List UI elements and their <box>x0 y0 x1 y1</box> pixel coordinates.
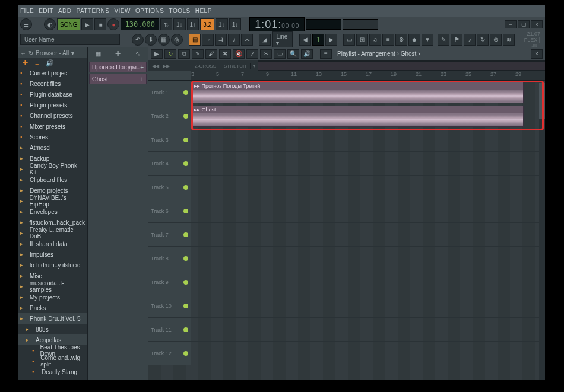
track-mute-dot[interactable] <box>183 280 188 285</box>
render-button[interactable]: ▦ <box>158 34 170 46</box>
pl-sub-prev-icon[interactable]: ◀◀ <box>152 63 159 69</box>
track-mute-dot[interactable] <box>183 209 188 213</box>
vertical-scrollbar[interactable] <box>539 83 545 380</box>
pattern-item[interactable]: Прогноз Погоды..+ <box>89 62 147 72</box>
stop-button[interactable]: ■ <box>94 18 106 30</box>
browser-item[interactable]: ▸Candy Boy Phonk Kit <box>18 164 87 174</box>
track-mute-dot[interactable] <box>183 185 188 190</box>
browser-list[interactable]: ▪Current project▪Recent files▪Plugin dat… <box>18 68 87 380</box>
view-channelrack-button[interactable]: ⇉ <box>215 34 227 46</box>
tool-k[interactable]: ⊕ <box>490 34 502 46</box>
track-mute-dot[interactable] <box>183 114 188 119</box>
track-content[interactable] <box>191 247 545 270</box>
step-button[interactable]: ◢ <box>259 34 271 46</box>
browser-item[interactable]: ▪Current project <box>18 68 87 78</box>
pl-delete-icon[interactable]: ✖ <box>219 49 231 59</box>
track-header[interactable]: Track 7 <box>148 223 191 246</box>
browser-item[interactable]: ▪Plugin presets <box>18 100 87 110</box>
tool-g[interactable]: ✎ <box>438 34 449 46</box>
pl-draw-icon[interactable]: ✎ <box>192 49 204 59</box>
track-content[interactable]: ▸▸ Ghost <box>191 104 545 128</box>
track-content[interactable] <box>191 128 545 151</box>
pl-sync-button[interactable]: ↻ <box>164 49 176 59</box>
browser-item[interactable]: ▸Phonk Dru..it Vol. 5 <box>18 313 87 324</box>
track-header[interactable]: Track 12 <box>148 342 191 365</box>
pl-slice-icon[interactable]: ✂ <box>260 49 272 59</box>
track-header[interactable]: Track 11 <box>148 318 191 341</box>
track-mute-dot[interactable] <box>183 138 188 142</box>
view-playlist-button[interactable]: ▤ <box>189 34 201 46</box>
tool-b[interactable]: ⊞ <box>356 34 368 46</box>
main-menu-button[interactable]: ☰ <box>20 18 32 30</box>
play-button[interactable]: ▶ <box>81 18 93 30</box>
browser-item[interactable]: ▸musicrada..t-samples <box>18 281 87 292</box>
track-content[interactable] <box>191 199 545 222</box>
track-header[interactable]: Track 2 <box>148 104 191 128</box>
minimap-range[interactable] <box>258 62 545 70</box>
snap-2[interactable]: 1↑ <box>187 18 199 30</box>
picker-grid-icon[interactable]: ▦ <box>95 50 101 58</box>
tool-j[interactable]: ↻ <box>477 34 489 46</box>
undo-button[interactable]: ↶ <box>132 34 144 46</box>
track-mute-dot[interactable] <box>183 351 188 356</box>
tool-a[interactable]: ▭ <box>343 34 355 46</box>
track-content[interactable] <box>191 342 545 365</box>
pl-play-icon[interactable]: 🔊 <box>301 49 313 59</box>
tap-tempo-button[interactable]: ⇅ <box>160 18 172 30</box>
tempo-display[interactable]: 130.000 <box>121 18 159 30</box>
browser-item[interactable]: ▸808s <box>18 324 87 334</box>
picker-wave-icon[interactable]: ∿ <box>135 50 141 58</box>
track-content[interactable] <box>191 176 545 199</box>
browser-item[interactable]: ▸lo-fi drum..y itslucid <box>18 260 87 270</box>
track-mute-dot[interactable] <box>183 327 188 332</box>
snap-3[interactable]: 3.2 <box>200 18 214 30</box>
scrollbar-thumb[interactable] <box>539 83 545 119</box>
link-button[interactable]: ⫘ <box>241 34 253 46</box>
browser-item[interactable]: ▸Clipboard files <box>18 174 87 185</box>
track-mute-dot[interactable] <box>183 256 188 261</box>
tool-i[interactable]: ♪ <box>464 34 476 46</box>
export-button[interactable]: ◎ <box>171 34 183 46</box>
browser-item[interactable]: ▸My projects <box>18 292 87 302</box>
browser-back-icon[interactable]: ← <box>20 50 26 56</box>
menu-add[interactable]: ADD <box>58 8 72 14</box>
pl-tool-x[interactable]: ≡ <box>320 49 332 59</box>
track-header[interactable]: Track 5 <box>148 176 191 199</box>
browser-refresh-icon[interactable]: ↻ <box>28 50 33 56</box>
browser-item[interactable]: ▸DYNAVIBE..'s HipHop <box>18 196 87 206</box>
tool-e[interactable]: ◆ <box>408 34 420 46</box>
browser-item[interactable]: ▪Deadly Stang <box>18 366 87 377</box>
prev-button[interactable]: ◀ <box>299 34 311 46</box>
tool-c[interactable]: ♫ <box>369 34 381 46</box>
track-mute-dot[interactable] <box>183 90 188 95</box>
browser-menu-icon[interactable]: ▾ <box>71 50 74 56</box>
view-pianoroll-button[interactable]: → <box>202 34 214 46</box>
menu-view[interactable]: VIEW <box>114 8 131 14</box>
browser-item[interactable]: ▸Packs <box>18 302 87 313</box>
view-mixer-button[interactable]: ♪ <box>228 34 240 46</box>
pl-sub-down-icon[interactable]: ▾ <box>251 63 258 69</box>
stretch-label[interactable]: STRETCH <box>220 63 251 69</box>
track-header[interactable]: Track 8 <box>148 247 191 270</box>
track-mute-dot[interactable] <box>183 232 188 237</box>
browser-tab-list-icon[interactable]: ≡ <box>35 59 39 66</box>
pattern-number[interactable]: 1 <box>312 34 324 46</box>
playlist-breadcrumb[interactable]: Playlist - Arrangement › Ghost › <box>334 50 424 57</box>
menu-patterns[interactable]: PATTERNS <box>77 8 110 14</box>
pattern-add-icon[interactable]: + <box>140 76 144 82</box>
snap-5[interactable]: 1↓ <box>229 18 242 30</box>
pl-magnet-icon[interactable]: ⧉ <box>178 49 190 59</box>
menu-help[interactable]: HELP <box>195 8 212 14</box>
tool-h[interactable]: ⚑ <box>451 34 462 46</box>
menu-options[interactable]: OPTIONS <box>135 8 164 14</box>
browser-item[interactable]: ▪Come and..wig split <box>18 356 87 366</box>
browser-item[interactable]: ▸IL shared data <box>18 238 87 249</box>
close-button[interactable]: × <box>531 20 543 28</box>
snap-1[interactable]: 1↓ <box>173 18 186 30</box>
pattern-item[interactable]: Ghost+ <box>89 74 147 84</box>
browser-item[interactable]: ▸Freaky L..ematic DnB <box>18 228 87 238</box>
track-header[interactable]: Track 6 <box>148 199 191 222</box>
zcross-label[interactable]: Z-CROSS <box>191 63 220 69</box>
track-header[interactable]: Track 9 <box>148 270 191 294</box>
snap-4[interactable]: 1↓ <box>216 18 228 30</box>
